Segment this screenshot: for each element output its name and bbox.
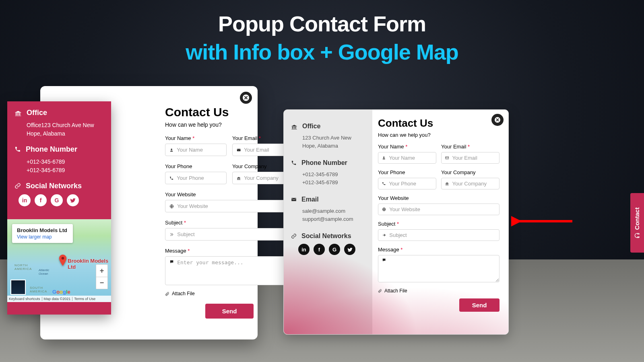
phone-icon [169, 176, 173, 181]
email-title: Email [301, 196, 319, 203]
company-field[interactable] [441, 178, 500, 189]
social-title: Social Networks [26, 182, 82, 190]
google-map[interactable]: Brooklin Models Ltd View larger map NORT… [7, 219, 111, 302]
message-label: Message * [378, 247, 500, 253]
paperclip-icon [378, 289, 382, 293]
website-input[interactable] [389, 206, 495, 212]
form-subtitle: How can we help you? [165, 121, 294, 128]
info-sidebar-a: Office Office123 Church Ave New Hope, Al… [7, 101, 111, 315]
map-google-logo: Google [52, 289, 70, 295]
message-input[interactable] [177, 259, 289, 282]
map-zoom-in-button[interactable]: + [96, 265, 107, 277]
subject-input[interactable] [177, 231, 289, 237]
map-view-larger-link[interactable]: View larger map [17, 234, 67, 240]
office-title: Office [302, 123, 320, 130]
map-card-title: Brooklin Models Ltd [17, 227, 67, 233]
send-button[interactable]: Send [459, 298, 500, 312]
twitter-icon[interactable] [67, 194, 79, 206]
speech-icon [169, 259, 174, 264]
phone-label: Your Phone [378, 169, 436, 175]
contact-form-b: Contact Us How can we help you? Your Nam… [372, 110, 508, 334]
email-input[interactable] [244, 147, 289, 153]
attach-label: Attach File [172, 291, 195, 296]
google-icon[interactable]: G [329, 244, 340, 255]
map-zoom-out-button[interactable]: − [96, 277, 107, 289]
contact-side-tab[interactable]: Contact [630, 193, 644, 253]
facebook-icon[interactable]: f [35, 194, 47, 206]
popup-card-b: Office 123 Church Ave New Hope, Alabama … [283, 109, 509, 335]
linkedin-icon[interactable]: in [298, 244, 310, 255]
phone-icon [291, 160, 297, 166]
phone-icon [14, 146, 21, 152]
office-icon [291, 123, 297, 130]
phone-input[interactable] [389, 181, 432, 187]
globe-icon [169, 204, 174, 209]
envelope-icon [445, 156, 449, 160]
phone-field[interactable] [165, 172, 227, 184]
email-label: Your Email * [441, 144, 500, 150]
close-icon [243, 95, 249, 101]
globe-icon [382, 207, 386, 212]
building-icon [445, 181, 449, 186]
name-input[interactable] [177, 147, 222, 153]
phone-field[interactable] [378, 178, 436, 189]
svg-point-7 [383, 156, 384, 158]
svg-point-4 [62, 257, 64, 260]
website-input[interactable] [177, 203, 289, 209]
company-label: Your Company [441, 169, 500, 175]
company-input[interactable] [452, 181, 495, 187]
subject-label: Subject * [165, 220, 294, 226]
social-title: Social Networks [301, 232, 351, 240]
contact-form-a: Contact Us How can we help you? Your Nam… [165, 105, 294, 319]
name-label: Your Name * [165, 135, 227, 141]
message-input[interactable] [389, 258, 495, 280]
phone-input[interactable] [177, 175, 222, 181]
headline: Popup Contact Form with Info box + Googl… [0, 0, 644, 64]
arrow-right-icon [382, 233, 386, 237]
form-title: Contact Us [165, 105, 294, 119]
message-field[interactable] [378, 255, 500, 282]
linkedin-icon[interactable]: in [19, 194, 31, 206]
close-icon [495, 117, 500, 123]
name-label: Your Name * [378, 144, 436, 150]
name-field[interactable] [165, 144, 227, 156]
link-icon [291, 233, 297, 239]
phone-label: Your Phone [165, 163, 227, 169]
form-title: Contact Us [378, 117, 500, 130]
twitter-icon[interactable] [344, 244, 355, 255]
message-field[interactable] [165, 256, 294, 285]
phone-icon [382, 181, 386, 186]
facebook-icon[interactable]: f [314, 244, 325, 255]
envelope-icon [237, 148, 241, 152]
map-keyboard-shortcuts[interactable]: Keyboard shortcuts [7, 297, 42, 301]
subject-field[interactable] [165, 228, 294, 241]
attach-file[interactable]: Attach File [165, 291, 294, 296]
subject-field[interactable] [378, 229, 500, 241]
subject-input[interactable] [389, 232, 495, 238]
phone-numbers: +012-345-6789 +012-345-6789 [27, 158, 104, 175]
website-field[interactable] [165, 200, 294, 212]
company-input[interactable] [244, 175, 289, 181]
map-info-card: Brooklin Models Ltd View larger map [12, 224, 73, 243]
map-label-sa: SOUTH AMERICA [30, 286, 47, 293]
website-field[interactable] [378, 204, 500, 215]
google-icon[interactable]: G [51, 194, 63, 206]
name-input[interactable] [389, 155, 432, 161]
office-icon [14, 109, 22, 117]
map-label-na: NORTH AMERICA [14, 263, 32, 271]
message-label: Message * [165, 248, 294, 254]
close-button[interactable] [240, 92, 252, 104]
email-field[interactable] [441, 152, 500, 164]
close-button[interactable] [491, 114, 504, 126]
website-label: Your Website [165, 191, 294, 197]
attach-file[interactable]: Attach File [378, 288, 500, 294]
email-input[interactable] [452, 155, 495, 161]
side-tab-label: Contact [634, 207, 641, 230]
map-zoom-controls: + − [96, 264, 108, 289]
name-field[interactable] [378, 152, 436, 164]
map-terms-link[interactable]: Terms of Use [72, 297, 97, 301]
map-satellite-thumb[interactable] [10, 280, 26, 295]
link-icon [14, 183, 21, 189]
twitter-glyph-icon [70, 197, 76, 203]
send-button[interactable]: Send [205, 304, 254, 319]
